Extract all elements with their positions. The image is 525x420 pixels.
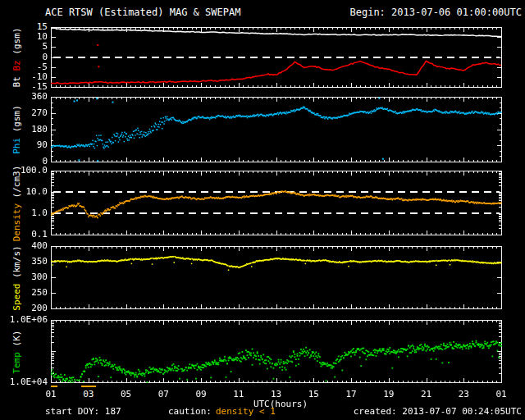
ace-rtsw-plot: ACE RTSW (Estimated) MAG & SWEPAM Begin:… xyxy=(0,0,525,420)
x-tick-label: 03 xyxy=(78,389,99,399)
begin-timestamp: Begin: 2013-07-06 01:00:00UTC xyxy=(349,7,522,18)
panel-temp-canvas xyxy=(51,320,502,383)
y-tick-label: 100.0 xyxy=(0,166,48,176)
caution-density-mark xyxy=(81,386,96,387)
y-tick-label: 10 xyxy=(0,32,48,42)
y-tick-label: 0.1 xyxy=(0,230,48,240)
x-tick-label: 21 xyxy=(416,389,437,399)
panel-density-canvas xyxy=(51,171,502,235)
y-tick-label: 400 xyxy=(0,241,48,251)
y-axis-title-part: (K) xyxy=(11,330,22,352)
y-tick-label: 180 xyxy=(0,125,48,135)
y-tick-label: 270 xyxy=(0,108,48,118)
panel-phi xyxy=(51,97,502,162)
y-axis-title-temp: Temp (K) xyxy=(11,330,22,373)
panel-speed xyxy=(51,246,502,309)
footer-created-timestamp: created: 2013-07-07 00:24:05UTC xyxy=(354,406,522,417)
x-tick-label: 19 xyxy=(378,389,399,399)
y-tick-label: 300 xyxy=(0,272,48,282)
y-tick-label: 1.0 xyxy=(0,208,48,218)
panel-speed-canvas xyxy=(51,246,502,309)
x-tick-label: 23 xyxy=(453,389,474,399)
x-tick-label: 01 xyxy=(491,389,512,399)
y-tick-label: 250 xyxy=(0,288,48,298)
footer-start-doy: start DOY: 187 xyxy=(45,406,121,417)
x-tick-label: 01 xyxy=(40,389,62,399)
panel-bt-bz xyxy=(51,27,502,88)
y-tick-label: 0 xyxy=(0,52,48,62)
x-tick-label: 17 xyxy=(340,389,362,399)
y-tick-label: 5 xyxy=(0,42,48,52)
y-tick-label: 1.0E+04 xyxy=(0,377,48,387)
y-tick-label: 360 xyxy=(0,92,48,102)
y-tick-label: 90 xyxy=(0,140,48,150)
footer-caution-label: caution: xyxy=(168,406,212,417)
y-tick-label: -5 xyxy=(0,62,48,72)
panel-density xyxy=(51,171,502,235)
x-tick-label: 09 xyxy=(190,389,212,399)
panel-temp xyxy=(51,320,502,383)
y-tick-label: 1.0E+06 xyxy=(0,315,48,325)
panel-phi-canvas xyxy=(51,97,502,162)
x-tick-label: 07 xyxy=(153,389,174,399)
y-tick-label: 200 xyxy=(0,304,48,313)
footer-caution-value: density < 1 xyxy=(216,406,276,417)
y-tick-label: 10.0 xyxy=(0,187,48,197)
y-axis-title-part: Temp xyxy=(11,352,22,374)
x-tick-label: 05 xyxy=(116,389,137,399)
panel-bt-bz-canvas xyxy=(51,27,502,88)
y-tick-label: 350 xyxy=(0,257,48,267)
plot-title: ACE RTSW (Estimated) MAG & SWEPAM xyxy=(45,7,240,18)
caution-density-mark xyxy=(51,386,57,387)
